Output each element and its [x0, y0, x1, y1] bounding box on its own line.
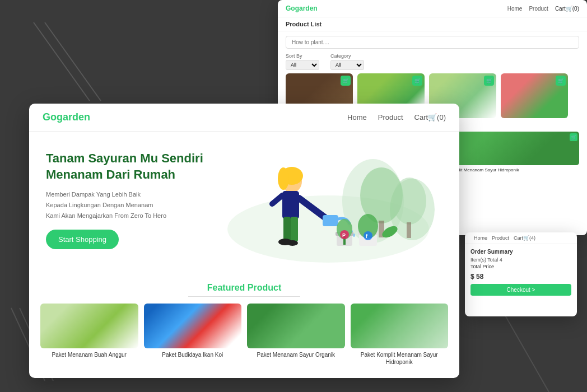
search-input[interactable]	[286, 36, 579, 49]
featured-name-1: Paket Menanam Buah Anggur	[40, 351, 138, 358]
cart-badge-wide-2[interactable]: 🛒	[570, 133, 577, 141]
main-nav-cart[interactable]: Cart🛒(0)	[414, 113, 446, 122]
hero-section: Tanam Sayuran Mu Sendiri Menanam Dari Ru…	[29, 132, 459, 277]
featured-img-3	[247, 304, 345, 348]
svg-rect-18	[291, 217, 298, 242]
back-nav-cart[interactable]: Cart🛒(0)	[555, 6, 579, 12]
featured-divider	[188, 296, 300, 297]
start-shopping-button[interactable]: Start Shopping	[46, 230, 119, 249]
featured-img-1	[40, 304, 138, 348]
cart-panel: Home Product Cart🛒(4) Order Summary Item…	[465, 232, 577, 316]
featured-name-4: Paket Komplit Menanam Sayur Hidroponik	[351, 351, 449, 366]
hero-text: Tanam Sayuran Mu Sendiri Menanam Dari Ru…	[46, 145, 214, 268]
order-summary: Order Summary Item(s) Total 4 Total Pric…	[465, 244, 577, 300]
product-list-title: Product List	[278, 17, 587, 31]
svg-point-14	[278, 167, 289, 190]
back-nav-home[interactable]: Home	[507, 6, 523, 12]
cart-nav: Home Product Cart🛒(4)	[465, 232, 577, 244]
cart-nav-product[interactable]: Product	[492, 235, 509, 241]
hero-headline: Tanam Sayuran Mu Sendiri Menanam Dari Ru…	[46, 151, 214, 183]
filters-row: Sort By All Category All	[278, 53, 587, 73]
items-total-label: Item(s) Total 4	[470, 257, 571, 263]
order-summary-title: Order Summary	[470, 249, 571, 255]
svg-text:P: P	[342, 232, 346, 238]
cart-badge-4[interactable]: 🛒	[556, 76, 566, 86]
product-card-4: 🛒	[501, 73, 568, 118]
cart-nav-home[interactable]: Home	[474, 235, 487, 241]
hero-svg: P f	[214, 145, 442, 268]
featured-product-4: Paket Komplit Menanam Sayur Hidroponik	[351, 304, 449, 366]
featured-img-2	[144, 304, 242, 348]
svg-rect-22	[323, 215, 338, 226]
svg-point-20	[287, 240, 298, 246]
checkout-button[interactable]: Checkout >	[470, 284, 571, 296]
main-nav-product[interactable]: Product	[378, 113, 403, 122]
featured-product-2: Paket Budidaya Ikan Koi	[144, 304, 242, 366]
main-panel: Gogarden Home Product Cart🛒(0) Tanam Say…	[29, 104, 459, 378]
search-bar	[286, 36, 579, 49]
main-nav: Gogarden Home Product Cart🛒(0)	[29, 104, 459, 132]
cart-badge-1[interactable]: 🛒	[341, 76, 351, 86]
cart-badge-2[interactable]: 🛒	[412, 76, 422, 86]
featured-title: Featured Product	[40, 283, 448, 293]
cart-badge-3[interactable]: 🛒	[484, 76, 494, 86]
sort-filter: Sort By All	[286, 53, 319, 70]
category-filter: Category All	[330, 53, 364, 70]
featured-name-2: Paket Budidaya Ikan Koi	[144, 351, 242, 358]
hero-illustration: P f	[214, 145, 442, 268]
featured-img-4	[351, 304, 449, 348]
featured-section: Featured Product Paket Menanam Buah Angg…	[29, 277, 459, 375]
svg-rect-17	[283, 217, 291, 242]
featured-products: Paket Menanam Buah Anggur Paket Budidaya…	[40, 304, 448, 366]
svg-line-0	[34, 22, 90, 101]
main-logo: Gogarden	[43, 111, 90, 123]
svg-line-4	[504, 314, 549, 392]
featured-product-1: Paket Menanam Buah Anggur	[40, 304, 138, 366]
featured-name-3: Paket Menanam Sayur Organik	[247, 351, 345, 358]
back-panel-logo: Gogarden	[286, 4, 318, 12]
featured-product-3: Paket Menanam Sayur Organik	[247, 304, 345, 366]
total-price-value: $ 58	[470, 273, 571, 281]
svg-rect-11	[407, 222, 411, 238]
total-price-label: Total Price	[470, 264, 571, 269]
svg-point-10	[393, 178, 426, 225]
sort-select[interactable]: All	[286, 60, 319, 70]
back-nav-product[interactable]: Product	[529, 6, 548, 12]
hero-description: Memberi Dampak Yang Lebih Baik Kepada Li…	[46, 189, 214, 221]
svg-point-35	[364, 231, 372, 240]
category-select[interactable]: All	[330, 60, 364, 70]
svg-line-1	[45, 22, 101, 101]
product-image-4: 🛒	[501, 73, 568, 118]
main-nav-home[interactable]: Home	[347, 113, 367, 122]
cart-nav-cart[interactable]: Cart🛒(4)	[514, 235, 535, 241]
back-panel-nav: Gogarden Home Product Cart🛒(0)	[278, 0, 587, 17]
